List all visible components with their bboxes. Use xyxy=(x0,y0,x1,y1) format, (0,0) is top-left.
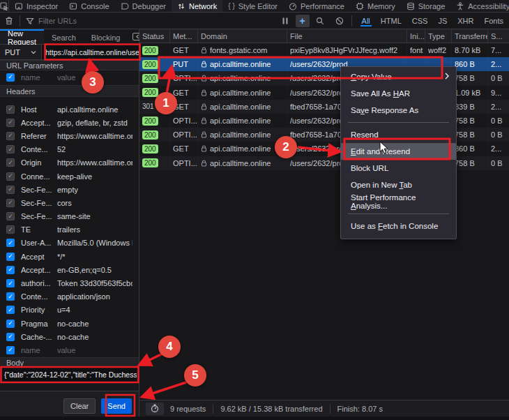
header-name[interactable]: Sec-Fe... xyxy=(21,199,57,207)
checkbox-checked[interactable]: ✓ xyxy=(6,279,15,287)
header-name[interactable]: Accept... xyxy=(21,119,57,127)
header-name[interactable]: Conte... xyxy=(21,292,57,301)
performance-analysis-button[interactable] xyxy=(146,403,164,415)
tab-console[interactable]: Console xyxy=(63,0,114,12)
header-value[interactable]: no-cache xyxy=(57,320,132,328)
header-name[interactable]: Accept xyxy=(21,253,57,261)
clear-button[interactable]: Clear xyxy=(63,398,96,414)
header-name[interactable]: Cache-... xyxy=(21,333,57,341)
table-row[interactable]: 200 GET fonts.gstatic.com pxiEyp8kv8JHgF… xyxy=(139,43,509,57)
menu-item-copy-value[interactable]: Copy Value xyxy=(341,68,456,85)
filter-all[interactable]: All xyxy=(360,15,372,27)
checkbox-checked[interactable]: ✓ xyxy=(6,225,15,234)
tab-search[interactable]: Search xyxy=(44,29,84,44)
checkbox-checked[interactable]: ✓ xyxy=(6,158,15,167)
menu-item-edit-and-resend[interactable]: Edit and Resend xyxy=(341,143,456,160)
checkbox-checked[interactable]: ✓ xyxy=(6,346,15,354)
filter-html[interactable]: HTML xyxy=(379,15,403,27)
tab-new-request[interactable]: New Request xyxy=(0,29,44,44)
checkbox-checked[interactable]: ✓ xyxy=(6,132,15,140)
column-domain[interactable]: Domain xyxy=(198,29,287,43)
column-transferred[interactable]: Transferred xyxy=(452,29,488,43)
body-input[interactable]: {"date":"2024-12-02","title":"The Duches… xyxy=(1,368,137,382)
header-value[interactable]: api.calltime.online xyxy=(57,105,132,114)
checkbox-checked[interactable]: ✓ xyxy=(6,212,15,220)
column-status[interactable]: Status xyxy=(139,29,170,43)
tab-debugger[interactable]: Debugger xyxy=(115,0,172,12)
header-name[interactable]: Origin xyxy=(21,158,57,167)
column-file[interactable]: File xyxy=(287,29,407,43)
filter-css[interactable]: CSS xyxy=(411,15,430,27)
checkbox-checked[interactable]: ✓ xyxy=(6,292,15,301)
header-value[interactable]: */* xyxy=(57,253,132,261)
header-value[interactable]: empty xyxy=(57,186,132,194)
menu-item-save-response-as[interactable]: Save Response As xyxy=(341,102,456,119)
tab-accessibility[interactable]: Accessibility xyxy=(450,0,509,12)
tab-inspector[interactable]: Inspector xyxy=(9,0,63,12)
method-select[interactable]: PUT xyxy=(0,45,42,59)
tab-performance[interactable]: Performance xyxy=(283,0,350,12)
checkbox-checked[interactable]: ✓ xyxy=(6,306,15,314)
menu-item-block-url[interactable]: Block URL xyxy=(341,160,456,177)
header-value[interactable]: gzip, deflate, br, zstd xyxy=(57,119,132,127)
tab-memory[interactable]: Memory xyxy=(350,0,401,12)
checkbox-checked[interactable]: ✓ xyxy=(6,253,15,261)
header-name[interactable]: TE xyxy=(21,225,57,234)
header-value[interactable]: Token 33d30f563f5cbc5e27e... xyxy=(57,279,132,287)
param-name-input[interactable]: name xyxy=(21,73,57,82)
tab-style-editor[interactable]: { } Style Editor xyxy=(222,0,283,12)
tab-storage[interactable]: Storage xyxy=(401,0,451,12)
filter-urls-input[interactable]: Filter URLs xyxy=(22,17,276,25)
header-name[interactable]: Host xyxy=(21,105,57,114)
checkbox-checked[interactable]: ✓ xyxy=(6,320,15,328)
header-name[interactable]: Pragma xyxy=(21,320,57,328)
checkbox-checked[interactable]: ✓ xyxy=(6,199,15,207)
filter-fonts[interactable]: Fonts xyxy=(483,15,505,27)
header-value[interactable]: 52 xyxy=(57,145,132,153)
header-name[interactable]: Sec-Fe... xyxy=(21,212,57,220)
filter-xhr[interactable]: XHR xyxy=(456,15,475,27)
checkbox-checked[interactable]: ✓ xyxy=(6,73,15,82)
header-value[interactable]: cors xyxy=(57,199,132,207)
header-value[interactable]: no-cache xyxy=(57,333,132,341)
checkbox-checked[interactable]: ✓ xyxy=(6,239,15,247)
new-request-button[interactable]: + xyxy=(296,15,310,27)
checkbox-checked[interactable]: ✓ xyxy=(6,266,15,274)
checkbox-checked[interactable]: ✓ xyxy=(6,105,15,114)
menu-item-use-as-fetch-in-console[interactable]: Use as Fetch in Console xyxy=(341,218,456,234)
checkbox-checked[interactable]: ✓ xyxy=(6,333,15,341)
header-value[interactable]: application/json xyxy=(57,292,132,301)
header-value[interactable]: https://www.calltime.online/p... xyxy=(57,132,132,140)
send-button[interactable]: Send xyxy=(101,398,132,414)
menu-item-resend[interactable]: Resend xyxy=(341,126,456,143)
checkbox-checked[interactable]: ✓ xyxy=(6,119,15,127)
header-value[interactable]: u=4 xyxy=(57,306,132,314)
header-name[interactable]: Referer xyxy=(21,132,57,140)
checkbox-checked[interactable]: ✓ xyxy=(6,186,15,194)
filter-js[interactable]: JS xyxy=(436,15,448,27)
column-method[interactable]: Met... xyxy=(170,29,198,43)
header-value[interactable]: keep-alive xyxy=(57,172,132,181)
pick-element-button[interactable] xyxy=(0,0,9,12)
header-value[interactable]: https://www.calltime.online xyxy=(57,158,132,167)
header-value[interactable]: Mozilla/5.0 (Windows NT 10.... xyxy=(57,239,132,247)
header-name[interactable]: Conte... xyxy=(21,145,57,153)
header-name[interactable]: User-A... xyxy=(21,239,57,247)
column-type[interactable]: Type xyxy=(425,29,452,43)
header-name[interactable]: Conne... xyxy=(21,172,57,181)
url-input[interactable]: https://api.calltime.online/user... xyxy=(42,45,139,59)
pause-traffic-button[interactable] xyxy=(276,17,294,24)
tab-network[interactable]: Network xyxy=(172,0,222,12)
param-value-input[interactable]: value xyxy=(57,73,132,82)
header-name[interactable]: Accept... xyxy=(21,266,57,274)
menu-item-save-all-as-har[interactable]: Save All As HAR xyxy=(341,85,456,102)
header-name[interactable]: Priority xyxy=(21,306,57,314)
search-button[interactable] xyxy=(311,17,329,25)
clear-requests-button[interactable] xyxy=(0,13,18,29)
block-button[interactable] xyxy=(331,17,349,25)
tab-blocking[interactable]: Blocking xyxy=(84,29,128,44)
header-value[interactable]: trailers xyxy=(57,225,132,234)
header-value-input[interactable]: value xyxy=(57,346,132,354)
checkbox-checked[interactable]: ✓ xyxy=(6,145,15,153)
header-value[interactable]: same-site xyxy=(57,212,132,220)
